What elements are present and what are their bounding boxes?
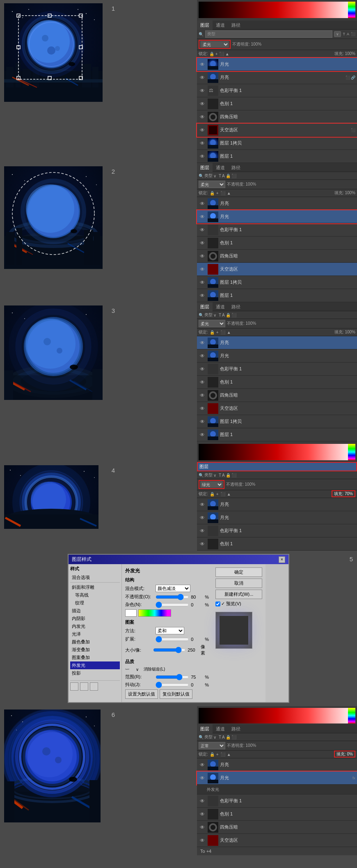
tab-layers-6[interactable]: 图层 bbox=[197, 724, 213, 733]
step-1-number: 1 bbox=[112, 5, 115, 12]
tab-paths-6[interactable]: 路径 bbox=[228, 724, 244, 733]
option-pattern[interactable]: 图案叠加 bbox=[70, 654, 120, 661]
set-default-btn[interactable]: 设置为默认值 bbox=[125, 689, 158, 699]
layer-style-dialog[interactable]: 图层样式 × 样式 混合选项 斜面和浮雕 等高线 纹理 描边 内阴影 内发光 光… bbox=[68, 554, 289, 703]
layer-v-6[interactable]: 👁 四角压暗 bbox=[197, 821, 357, 834]
method-select[interactable]: 柔和 bbox=[156, 627, 184, 634]
option-outer-glow[interactable]: 外发光 bbox=[70, 661, 120, 669]
tab-layers-3[interactable]: 图层 bbox=[197, 302, 213, 311]
noise-slider[interactable] bbox=[156, 602, 189, 607]
ok-button[interactable]: 确定 bbox=[215, 567, 262, 577]
tab-paths-2[interactable]: 路径 bbox=[228, 163, 244, 172]
glow-gradient-swatch[interactable] bbox=[138, 609, 171, 617]
layer-vignette-2[interactable]: 👁 四角压暗 bbox=[197, 250, 357, 263]
blend-mode-select-dialog[interactable]: 颜色减淡 bbox=[156, 585, 190, 592]
tab-channels-2[interactable]: 通道 bbox=[213, 163, 228, 172]
layer-sk-3[interactable]: 👁 天空选区 bbox=[197, 402, 357, 415]
layer-c-3[interactable]: 👁 色别 1 bbox=[197, 376, 357, 389]
blend-3[interactable]: 柔光 bbox=[199, 320, 225, 327]
layer-1-1[interactable]: 👁 图层 1 bbox=[197, 150, 357, 163]
option-texture[interactable]: 纹理 bbox=[70, 599, 120, 607]
option-gradient[interactable]: 渐变叠加 bbox=[70, 646, 120, 654]
blend-6[interactable]: 正常 bbox=[199, 742, 225, 749]
cancel-button[interactable]: 取消 bbox=[215, 579, 262, 588]
option-satin[interactable]: 光泽 bbox=[70, 630, 120, 638]
layer-cb-3[interactable]: 👁 色彩平衡 1 bbox=[197, 363, 357, 376]
layer-color-2[interactable]: 👁 色别 1 bbox=[197, 237, 357, 250]
glow-color-swatch[interactable] bbox=[125, 609, 137, 617]
option-contour[interactable]: 等高线 bbox=[70, 591, 120, 599]
svg-point-106 bbox=[57, 348, 62, 354]
opacity-slider-dialog[interactable] bbox=[156, 595, 189, 599]
preview-check[interactable]: ✓ 预览(V) bbox=[215, 601, 262, 607]
layer-yueguang-2[interactable]: 👁 月光 bbox=[197, 210, 357, 223]
tab-layers-2[interactable]: 图层 bbox=[197, 163, 213, 172]
layer-sky-1[interactable]: 👁 天空选区 ⬛ bbox=[197, 124, 357, 137]
tab-paths-3[interactable]: 路径 bbox=[228, 302, 244, 311]
layer-copy-2[interactable]: 👁 图层 1拷贝 bbox=[197, 276, 357, 289]
option-inner-glow[interactable]: 内发光 bbox=[70, 622, 120, 630]
layer-cp-3[interactable]: 👁 图层 1拷贝 bbox=[197, 415, 357, 428]
svg-rect-112 bbox=[208, 344, 218, 348]
option-drop-shadow[interactable]: 投影 bbox=[70, 669, 120, 677]
layer-c-4[interactable]: 👁 色别 1 bbox=[197, 537, 357, 551]
type-filter[interactable]: 类型 bbox=[207, 31, 215, 37]
layer-name-yueguang-1: 月光 bbox=[220, 61, 355, 67]
option-bevel[interactable]: 斜面和浮雕 bbox=[70, 583, 120, 591]
layer-yg-6[interactable]: 👁 月光 fx bbox=[197, 772, 357, 785]
blend-4[interactable]: 绿光 bbox=[200, 481, 223, 488]
reset-default-btn[interactable]: 复位到默认值 bbox=[160, 689, 192, 699]
layer-color-balance-2[interactable]: 👁 色彩平衡 1 bbox=[197, 223, 357, 237]
option-color-overlay[interactable]: 颜色叠加 bbox=[70, 638, 120, 646]
blend-2[interactable]: 柔光 bbox=[199, 181, 225, 188]
dialog-delete-icon[interactable]: 🗑 bbox=[90, 682, 98, 691]
preview-checkbox[interactable] bbox=[215, 602, 220, 606]
size-slider[interactable] bbox=[153, 648, 186, 652]
layer-cb-6[interactable]: 👁 色彩平衡 1 bbox=[197, 795, 357, 808]
layer-1-2[interactable]: 👁 图层 1 bbox=[197, 289, 357, 302]
layer-color-balance-1[interactable]: 👁 ⚖ 色彩平衡 1 bbox=[197, 84, 357, 97]
svg-point-84 bbox=[210, 279, 216, 285]
layer-cb-4[interactable]: 👁 色彩平衡 1 bbox=[197, 524, 357, 537]
layer-yueliang-3[interactable]: 👁 月亮 bbox=[197, 336, 357, 349]
tab-channels-3[interactable]: 通道 bbox=[213, 302, 228, 311]
tab-channels-6[interactable]: 通道 bbox=[213, 724, 228, 733]
svg-point-38 bbox=[210, 61, 216, 67]
dialog-close-button[interactable]: × bbox=[279, 556, 285, 563]
tab-layers-1[interactable]: 图层 bbox=[197, 21, 213, 30]
new-style-button[interactable]: 新建样式(W)... bbox=[215, 590, 262, 599]
layer-sky-2[interactable]: 👁 天空选区 bbox=[197, 263, 357, 276]
layer-yueguang-1[interactable]: 👁 月光 bbox=[197, 58, 357, 71]
layer-v-3[interactable]: 👁 四角压暗 bbox=[197, 389, 357, 402]
layer-yl-6[interactable]: 👁 月亮 bbox=[197, 758, 357, 772]
svg-point-15 bbox=[27, 20, 70, 63]
layer-copy-1[interactable]: 👁 图层 1拷贝 bbox=[197, 137, 357, 150]
jitter-slider[interactable] bbox=[156, 682, 189, 687]
spread-slider[interactable] bbox=[156, 637, 189, 642]
layer-yg-4[interactable]: 👁 月光 bbox=[197, 511, 357, 524]
layer-yueguang-3[interactable]: 👁 月光 bbox=[197, 349, 357, 363]
blend-mode-1[interactable]: 柔光 bbox=[200, 41, 229, 48]
layer-yl-4[interactable]: 👁 月亮 bbox=[197, 498, 357, 511]
layer-yueliang-1[interactable]: 👁 月亮 ⬛🔗 bbox=[197, 71, 357, 84]
option-stroke[interactable]: 描边 bbox=[70, 607, 120, 615]
layer-color-1[interactable]: 👁 色别 1 bbox=[197, 97, 357, 110]
step-6-canvas-col: 6 bbox=[0, 706, 197, 825]
dialog-add-icon[interactable]: + bbox=[70, 682, 78, 691]
layer-1-3[interactable]: 👁 图层 1 bbox=[197, 428, 357, 441]
layer-outer-glow-6[interactable]: 外发光 bbox=[197, 785, 357, 795]
tab-channels-1[interactable]: 通道 bbox=[213, 21, 228, 30]
dialog-gear-icon[interactable]: ⚙ bbox=[80, 682, 88, 691]
svg-rect-96 bbox=[4, 370, 13, 400]
visibility-icon-1[interactable]: 👁 bbox=[199, 61, 206, 68]
layer-sk-6[interactable]: 👁 天空选区 bbox=[197, 834, 357, 847]
layer-c-6[interactable]: 👁 色别 1 bbox=[197, 808, 357, 821]
effect-preview-box bbox=[215, 612, 252, 649]
range-slider[interactable] bbox=[156, 675, 189, 680]
layer-yueliang-2[interactable]: 👁 月亮 bbox=[197, 197, 357, 210]
svg-point-122 bbox=[210, 431, 216, 437]
tab-paths-1[interactable]: 路径 bbox=[228, 21, 244, 30]
option-inner-shadow[interactable]: 内阴影 bbox=[70, 615, 120, 622]
option-blend[interactable]: 混合选项 bbox=[70, 574, 120, 581]
layer-vignette-1[interactable]: 👁 四角压暗 bbox=[197, 110, 357, 124]
